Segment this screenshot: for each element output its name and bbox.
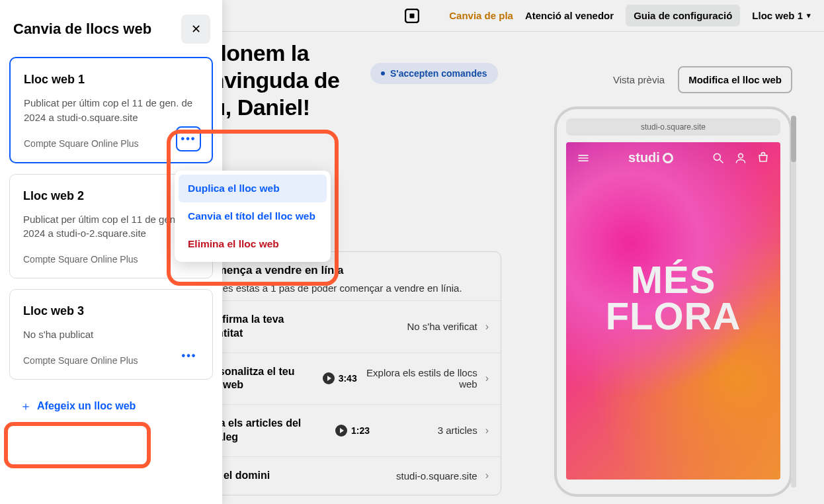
ctx-delete[interactable]: Elimina el lloc web <box>179 230 327 258</box>
panel-title: Canvia de llocs web <box>13 21 151 38</box>
site-card-meta: No s'ha publicat <box>23 327 199 342</box>
site-card-title: Lloc web 3 <box>23 304 199 318</box>
dots-icon: ••• <box>181 133 196 145</box>
add-site-label: Afegeix un lloc web <box>37 400 136 412</box>
ctx-duplicate[interactable]: Duplica el lloc web <box>179 175 327 202</box>
site-card-title: Lloc web 1 <box>24 73 198 87</box>
site-card[interactable]: Lloc web 3 No s'ha publicat Compte Squar… <box>9 289 213 380</box>
site-context-menu: Duplica el lloc web Canvia el títol del … <box>175 171 331 262</box>
site-card-plan: Compte Square Online Plus <box>23 355 199 366</box>
site-card-plan: Compte Square Online Plus <box>24 138 198 149</box>
site-card-meta: Publicat per últim cop el 11 de gen. de … <box>24 96 198 125</box>
plus-icon: ＋ <box>20 398 32 414</box>
ctx-rename[interactable]: Canvia el títol del lloc web <box>179 202 327 230</box>
site-card-meta: Publicat per últim cop el 11 de gen. de … <box>23 212 199 241</box>
site-card-menu-button[interactable]: ••• <box>176 126 201 151</box>
site-card-menu-button[interactable]: ••• <box>177 343 202 368</box>
site-card[interactable]: Lloc web 1 Publicat per últim cop el 11 … <box>9 57 213 163</box>
add-site-button[interactable]: ＋ Afegeix un lloc web <box>9 390 146 422</box>
site-card-title: Lloc web 2 <box>23 189 199 203</box>
close-button[interactable]: ✕ <box>181 15 210 44</box>
close-icon: ✕ <box>191 22 201 36</box>
dots-icon: ••• <box>182 350 197 362</box>
site-card-plan: Compte Square Online Plus <box>23 254 199 265</box>
